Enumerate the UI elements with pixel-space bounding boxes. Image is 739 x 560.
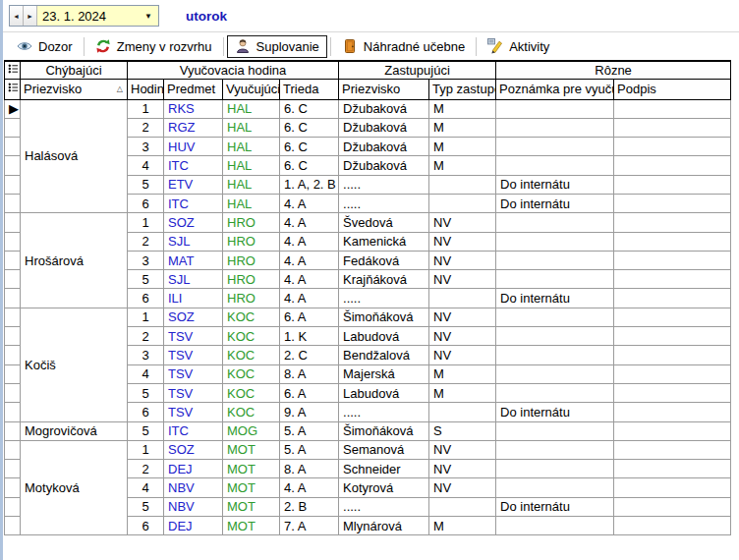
note-cell[interactable]: Do internátu (496, 403, 614, 421)
column-header-hodina[interactable]: Hodina (128, 79, 164, 99)
row-selector[interactable] (5, 175, 21, 194)
row-selector[interactable] (5, 213, 21, 232)
substitute-cell[interactable]: Džubaková (339, 99, 429, 118)
subject-cell[interactable]: SOZ (164, 213, 223, 232)
subject-cell[interactable]: ITC (164, 421, 223, 440)
teacher-cell[interactable]: MOT (223, 440, 280, 459)
signature-cell[interactable] (614, 194, 731, 212)
subject-cell[interactable]: TSV (164, 383, 223, 402)
substitution-type-cell[interactable]: M (429, 364, 496, 383)
note-cell[interactable] (496, 346, 614, 364)
row-selector[interactable] (5, 118, 21, 137)
class-cell[interactable]: 1. A, 2. B (280, 175, 339, 194)
substitution-type-cell[interactable]: M (429, 99, 496, 118)
toolbar-item-suplovanie[interactable]: Suplovanie (227, 35, 327, 58)
grid-menu-icon[interactable] (5, 79, 21, 99)
toolbar-item-nahradne-ucebne[interactable]: Náhradné učebne (334, 35, 473, 58)
lesson-cell[interactable]: 1 (128, 99, 164, 118)
lesson-cell[interactable]: 4 (128, 478, 164, 497)
signature-cell[interactable] (614, 440, 731, 459)
lesson-cell[interactable]: 3 (128, 138, 164, 156)
signature-cell[interactable] (614, 270, 731, 289)
note-cell[interactable] (496, 364, 614, 383)
row-selector[interactable] (5, 403, 21, 421)
substitute-cell[interactable]: Labudová (339, 327, 429, 346)
row-selector[interactable] (5, 270, 21, 289)
teacher-cell[interactable]: HAL (223, 175, 280, 194)
dropdown-arrow-icon[interactable]: ▼ (139, 6, 158, 26)
note-cell[interactable] (496, 440, 614, 459)
class-cell[interactable]: 6. A (280, 383, 339, 402)
subject-cell[interactable]: NBV (164, 497, 223, 516)
teacher-cell[interactable]: HAL (223, 99, 280, 118)
substitute-cell[interactable]: Džubaková (339, 138, 429, 156)
signature-cell[interactable] (614, 118, 731, 137)
column-header-predmet[interactable]: Predmet (164, 79, 223, 99)
note-cell[interactable] (496, 308, 614, 326)
subject-cell[interactable]: TSV (164, 364, 223, 383)
substitute-cell[interactable]: Šimoňáková (339, 308, 429, 326)
note-cell[interactable] (496, 383, 614, 402)
substitute-cell[interactable]: ..... (339, 497, 429, 516)
class-cell[interactable]: 4. A (280, 289, 339, 308)
subject-cell[interactable]: DEJ (164, 517, 223, 535)
subject-cell[interactable]: TSV (164, 346, 223, 364)
teacher-cell[interactable]: KOC (223, 383, 280, 402)
missing-teacher-cell[interactable]: Kočiš (21, 308, 128, 421)
note-cell[interactable] (496, 517, 614, 535)
signature-cell[interactable] (614, 138, 731, 156)
substitution-type-cell[interactable]: M (429, 156, 496, 175)
signature-cell[interactable] (614, 213, 731, 232)
class-cell[interactable]: 5. A (280, 440, 339, 459)
class-cell[interactable]: 2. C (280, 346, 339, 364)
teacher-cell[interactable]: HRO (223, 232, 280, 251)
teacher-cell[interactable]: HAL (223, 156, 280, 175)
substitute-cell[interactable]: ..... (339, 289, 429, 308)
substitution-type-cell[interactable] (429, 289, 496, 308)
row-selector[interactable] (5, 138, 21, 156)
lesson-cell[interactable]: 5 (128, 383, 164, 402)
substitute-cell[interactable]: Labudová (339, 383, 429, 402)
signature-cell[interactable] (614, 308, 731, 326)
substitution-type-cell[interactable]: NV (429, 460, 496, 478)
class-cell[interactable]: 9. A (280, 403, 339, 421)
missing-teacher-cell[interactable]: Motyková (21, 440, 128, 534)
teacher-cell[interactable]: HRO (223, 289, 280, 308)
substitution-type-cell[interactable]: M (429, 517, 496, 535)
signature-cell[interactable] (614, 251, 731, 269)
substitute-cell[interactable]: ..... (339, 403, 429, 421)
class-cell[interactable]: 4. A (280, 251, 339, 269)
teacher-cell[interactable]: KOC (223, 364, 280, 383)
teacher-cell[interactable]: MOT (223, 517, 280, 535)
column-header-priezvisko-missing[interactable]: Priezvisko△ (21, 79, 128, 99)
row-selector[interactable] (5, 232, 21, 251)
teacher-cell[interactable]: KOC (223, 403, 280, 421)
row-selector[interactable] (5, 308, 21, 326)
class-cell[interactable]: 4. A (280, 194, 339, 212)
class-cell[interactable]: 4. A (280, 213, 339, 232)
substitute-cell[interactable]: Krajňáková (339, 270, 429, 289)
note-cell[interactable] (496, 460, 614, 478)
substitute-cell[interactable]: Džubaková (339, 118, 429, 137)
class-cell[interactable]: 4. A (280, 232, 339, 251)
class-cell[interactable]: 1. K (280, 327, 339, 346)
column-header-poznamka[interactable]: Poznámka pre vyučuj (496, 79, 614, 99)
teacher-cell[interactable]: HAL (223, 118, 280, 137)
teacher-cell[interactable]: KOC (223, 346, 280, 364)
substitute-cell[interactable]: ..... (339, 194, 429, 212)
substitute-cell[interactable]: Fedáková (339, 251, 429, 269)
subject-cell[interactable]: ITC (164, 156, 223, 175)
substitute-cell[interactable]: Šimoňáková (339, 421, 429, 440)
substitute-cell[interactable]: Džubaková (339, 156, 429, 175)
note-cell[interactable] (496, 327, 614, 346)
note-cell[interactable]: Do internátu (496, 194, 614, 212)
subject-cell[interactable]: ETV (164, 175, 223, 194)
note-cell[interactable]: Do internátu (496, 289, 614, 308)
class-cell[interactable]: 6. A (280, 308, 339, 326)
subject-cell[interactable]: SJL (164, 270, 223, 289)
teacher-cell[interactable]: MOT (223, 478, 280, 497)
teacher-cell[interactable]: MOG (223, 421, 280, 440)
row-selector[interactable] (5, 364, 21, 383)
lesson-cell[interactable]: 5 (128, 421, 164, 440)
teacher-cell[interactable]: HRO (223, 213, 280, 232)
